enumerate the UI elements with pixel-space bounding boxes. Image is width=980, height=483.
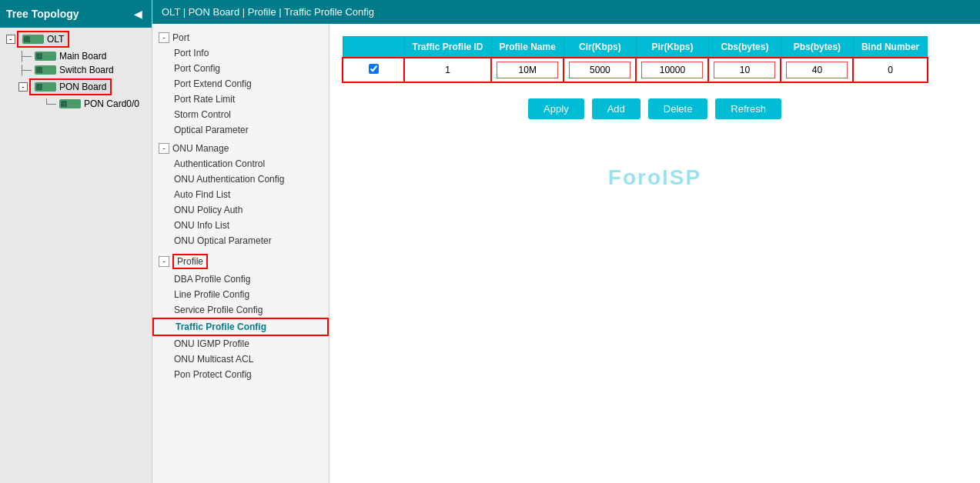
nav-section-onu-manage-header[interactable]: - ONU Manage (152, 141, 329, 156)
row-checkbox[interactable] (369, 64, 379, 74)
row-cir-cell[interactable] (564, 58, 636, 82)
nav-panel: - Port Port Info Port Config Port Extend… (152, 24, 329, 483)
sidebar: Tree Topology ◀ - OLT ├─ Main Board ├─ S… (0, 0, 152, 483)
olt-expander[interactable]: - (6, 35, 15, 44)
row-bind-number-cell: 0 (853, 58, 927, 82)
row-id-cell: 1 (404, 58, 491, 82)
pbs-input[interactable] (786, 62, 848, 78)
switch-board-item[interactable]: ├─ Switch Board (15, 63, 149, 77)
delete-button[interactable]: Delete (648, 98, 708, 119)
cir-input[interactable] (569, 62, 630, 78)
pon-board-expander[interactable]: - (18, 82, 28, 92)
nav-item-port-info[interactable]: Port Info (152, 45, 329, 61)
nav-item-optical-parameter[interactable]: Optical Parameter (152, 122, 329, 138)
sidebar-title: Tree Topology (6, 8, 79, 20)
nav-item-onu-multicast-acl[interactable]: ONU Multicast ACL (152, 351, 329, 367)
table-header-row: Traffic Profile ID Profile Name Cir(Kbps… (343, 37, 928, 58)
olt-label: OLT (47, 34, 64, 45)
nav-section-onu-manage-label: ONU Manage (172, 143, 229, 154)
table-row: 1 (343, 58, 928, 82)
switch-board-icon (35, 65, 56, 75)
port-expand-icon[interactable]: - (159, 32, 169, 43)
nav-section-onu-manage: - ONU Manage Authentication Control ONU … (152, 139, 329, 250)
main-board-icon (35, 52, 56, 61)
add-button[interactable]: Add (592, 98, 641, 119)
main-board-item[interactable]: ├─ Main Board (15, 49, 149, 63)
pon-board-item[interactable]: - PON Board (15, 77, 149, 97)
nav-item-dba-profile-config[interactable]: DBA Profile Config (152, 271, 329, 287)
table-panel: Traffic Profile ID Profile Name Cir(Kbps… (329, 24, 980, 483)
nav-section-profile: - Profile DBA Profile Config Line Profil… (152, 250, 329, 384)
sidebar-header: Tree Topology ◀ (0, 0, 152, 28)
nav-item-onu-auth-config[interactable]: ONU Authentication Config (152, 172, 329, 187)
olt-item[interactable]: - OLT (3, 29, 149, 49)
th-checkbox (343, 37, 404, 58)
nav-item-service-profile-config[interactable]: Service Profile Config (152, 302, 329, 318)
nav-item-onu-info-list[interactable]: ONU Info List (152, 218, 329, 233)
watermark-highlight: I (662, 165, 670, 189)
row-profile-name-cell[interactable] (491, 58, 564, 82)
breadcrumb: OLT | PON Board | Profile | Traffic Prof… (152, 0, 980, 24)
nav-section-port-label: Port (172, 32, 189, 43)
tree-node-olt: - OLT ├─ Main Board ├─ Switch Board - (0, 28, 152, 112)
onu-manage-expand-icon[interactable]: - (159, 143, 169, 154)
th-pbs-bytes: Pbs(bytes) (781, 37, 853, 58)
pon-board-children: └─ PON Card0/0 (15, 97, 149, 111)
th-cbs-bytes: Cbs(bytes) (708, 37, 781, 58)
nav-item-onu-optical-parameter[interactable]: ONU Optical Parameter (152, 233, 329, 248)
apply-button[interactable]: Apply (528, 98, 584, 119)
nav-item-authentication-control[interactable]: Authentication Control (152, 156, 329, 172)
nav-item-pon-protect-config[interactable]: Pon Protect Config (152, 367, 329, 382)
olt-icon (22, 35, 44, 44)
switch-board-label: Switch Board (59, 65, 114, 75)
port-items: Port Info Port Config Port Extend Config… (152, 45, 329, 138)
nav-item-port-rate-limit[interactable]: Port Rate Limit (152, 92, 329, 107)
content-area: - Port Port Info Port Config Port Extend… (152, 24, 980, 483)
nav-item-traffic-profile-config[interactable]: Traffic Profile Config (152, 318, 329, 336)
row-cbs-cell[interactable] (708, 58, 781, 82)
row-pir-cell[interactable] (636, 58, 708, 82)
nav-item-line-profile-config[interactable]: Line Profile Config (152, 287, 329, 302)
nav-item-onu-igmp-profile[interactable]: ONU IGMP Profile (152, 336, 329, 351)
tree-children-olt: ├─ Main Board ├─ Switch Board - PON Boar… (3, 49, 149, 111)
profile-expand-icon[interactable]: - (159, 256, 169, 267)
row-pbs-cell[interactable] (781, 58, 853, 82)
nav-section-profile-label: Profile (172, 254, 208, 269)
nav-item-port-config[interactable]: Port Config (152, 61, 329, 76)
pon-board-label: PON Board (59, 82, 106, 92)
nav-item-onu-policy-auth[interactable]: ONU Policy Auth (152, 202, 329, 218)
th-pir-kbps: Pir(Kbps) (636, 37, 708, 58)
refresh-button[interactable]: Refresh (715, 98, 781, 119)
nav-section-port-header[interactable]: - Port (152, 30, 329, 45)
traffic-profile-table: Traffic Profile ID Profile Name Cir(Kbps… (342, 36, 928, 83)
nav-item-storm-control[interactable]: Storm Control (152, 107, 329, 122)
cbs-input[interactable] (714, 62, 775, 78)
pon-card-item[interactable]: └─ PON Card0/0 (40, 97, 149, 111)
row-checkbox-cell[interactable] (343, 58, 404, 82)
nav-section-port: - Port Port Info Port Config Port Extend… (152, 28, 329, 139)
nav-item-auto-find-list[interactable]: Auto Find List (152, 187, 329, 202)
pon-card-label: PON Card0/0 (84, 98, 139, 109)
onu-manage-items: Authentication Control ONU Authenticatio… (152, 156, 329, 248)
sidebar-toggle-button[interactable]: ◀ (131, 8, 145, 20)
main-panel: OLT | PON Board | Profile | Traffic Prof… (152, 0, 980, 483)
th-traffic-profile-id: Traffic Profile ID (404, 37, 491, 58)
watermark-text-after: SP (670, 165, 701, 189)
main-board-label: Main Board (59, 51, 106, 62)
watermark-text-before: Foro (608, 165, 662, 189)
th-profile-name: Profile Name (491, 37, 564, 58)
profile-name-input[interactable] (497, 62, 558, 78)
nav-item-port-extend-config[interactable]: Port Extend Config (152, 76, 329, 92)
watermark: ForoISP (342, 165, 968, 190)
th-bind-number: Bind Number (853, 37, 927, 58)
nav-section-profile-header[interactable]: - Profile (152, 251, 329, 271)
pon-board-icon (35, 82, 56, 92)
pir-input[interactable] (641, 62, 703, 78)
pon-card-icon (59, 99, 81, 108)
action-buttons: Apply Add Delete Refresh (342, 98, 968, 119)
profile-items: DBA Profile Config Line Profile Config S… (152, 271, 329, 382)
th-cir-kbps: Cir(Kbps) (564, 37, 636, 58)
